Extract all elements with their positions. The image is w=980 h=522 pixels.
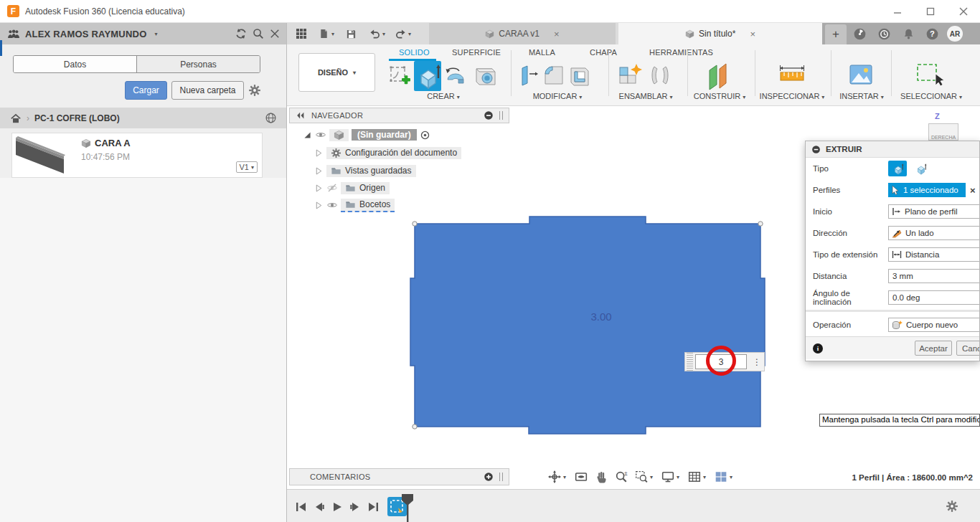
data-settings-gear-icon[interactable] [248, 84, 261, 97]
expanded-arrow-icon[interactable] [303, 130, 312, 140]
job-status-clock-icon[interactable] [878, 28, 890, 40]
timeline-settings-gear-icon[interactable] [946, 500, 958, 513]
select-tool-icon[interactable] [915, 62, 948, 88]
cancel-button[interactable]: Cancelar [956, 341, 980, 356]
revolve-tool-icon[interactable] [444, 64, 470, 87]
type-extrude-selected-icon[interactable] [888, 161, 907, 176]
pan-hand-icon[interactable] [595, 470, 608, 483]
new-component-icon[interactable] [617, 62, 644, 90]
tab-personas[interactable]: Personas [137, 56, 260, 72]
group-label-crear[interactable]: CREAR▾ [420, 92, 466, 100]
minimize-button[interactable] [881, 0, 914, 22]
group-label-ensamblar[interactable]: ENSAMBLAR▾ [616, 92, 676, 100]
panel-grip[interactable] [499, 111, 503, 120]
taper-angle-input[interactable] [888, 290, 980, 305]
collapsed-arrow-icon[interactable] [314, 184, 324, 193]
start-dropdown[interactable]: Plano de perfil [888, 204, 980, 219]
refresh-icon[interactable] [235, 28, 247, 39]
new-document-tab-button[interactable]: + [825, 24, 847, 44]
add-comment-icon[interactable] [484, 472, 494, 482]
timeline-step-forward-icon[interactable] [349, 501, 361, 513]
create-sketch-icon[interactable] [389, 62, 412, 88]
collapse-dialog-icon[interactable] [811, 145, 821, 154]
collapsed-arrow-icon[interactable] [314, 148, 324, 158]
team-icon[interactable] [7, 28, 19, 40]
app-grid-menu-icon[interactable] [296, 28, 307, 39]
visibility-eye-icon[interactable] [326, 199, 338, 211]
construct-plane-icon[interactable] [706, 62, 730, 90]
type-thin-extrude-icon[interactable] [911, 161, 930, 176]
help-icon[interactable] [926, 28, 938, 40]
close-button[interactable] [947, 0, 980, 22]
tab-datos[interactable]: Datos [14, 56, 137, 72]
maximize-button[interactable] [914, 0, 947, 22]
shell-icon[interactable] [568, 64, 591, 87]
document-name[interactable]: CARA A [95, 138, 131, 148]
tree-item-sketches[interactable]: Bocetos [314, 198, 395, 212]
tree-root-row[interactable]: (Sin guardar) [303, 128, 430, 142]
navigator-header[interactable]: NAVEGADOR [289, 108, 509, 123]
undo-caret-icon[interactable]: ▾ [382, 31, 385, 37]
ribbon-tab-superficie[interactable]: SUPERFICIE [452, 48, 501, 57]
collapse-all-icon[interactable] [484, 110, 494, 120]
zoom-icon[interactable] [615, 470, 628, 483]
panel-grip[interactable] [499, 473, 503, 481]
joint-icon[interactable] [649, 64, 672, 87]
tree-item-origin[interactable]: Origen [314, 181, 390, 195]
document-tab-caraa[interactable]: CARAA v1 × [429, 23, 616, 44]
manipulator-options-kebab-icon[interactable]: ⋮ [753, 357, 761, 367]
document-tab-sin-titulo[interactable]: Sin título* × [618, 23, 822, 44]
new-folder-button[interactable]: Nueva carpeta [171, 81, 244, 100]
ribbon-tab-chapa[interactable]: CHAPA [590, 48, 617, 57]
version-chip[interactable]: V1▾ [236, 161, 258, 173]
collapsed-arrow-icon[interactable] [314, 166, 324, 176]
tree-root-label[interactable]: (Sin guardar) [352, 129, 417, 141]
comments-panel-header[interactable]: COMENTARIOS [289, 468, 509, 485]
ribbon-tab-solido[interactable]: SOLIDO [399, 48, 430, 57]
manipulator-drag-handle[interactable] [687, 353, 693, 371]
clear-selection-icon[interactable]: × [970, 185, 976, 196]
profiles-selection-chip[interactable]: 1 seleccionado [888, 183, 966, 197]
file-menu-caret-icon[interactable]: ▾ [331, 31, 334, 37]
search-icon[interactable] [253, 28, 264, 39]
user-avatar[interactable]: AR [947, 26, 963, 42]
workspace-selector[interactable]: DISEÑO▾ [298, 53, 375, 92]
viewcube-face-label[interactable]: DERECHA [931, 135, 956, 140]
group-label-construir[interactable]: CONSTRUIR▾ [693, 92, 746, 100]
file-menu-icon[interactable] [319, 28, 329, 39]
upload-button[interactable]: Cargar [125, 81, 167, 100]
ribbon-tab-malla[interactable]: MALLA [529, 48, 555, 57]
zoom-window-caret-icon[interactable]: ▾ [650, 474, 653, 480]
collapse-panel-icon[interactable] [296, 110, 306, 120]
distance-input[interactable] [888, 269, 980, 283]
extrude-dialog-header[interactable]: EXTRUIR [806, 141, 979, 158]
notifications-bell-icon[interactable] [903, 28, 915, 40]
viewports-icon[interactable] [715, 470, 727, 483]
grid-settings-icon[interactable] [688, 470, 701, 483]
redo-caret-icon[interactable]: ▾ [408, 31, 411, 37]
activate-component-icon[interactable] [420, 130, 430, 141]
viewport-canvas[interactable]: 3.00 NAVEGADOR (Sin guardar) Configuraci… [287, 106, 980, 489]
measure-ruler-icon[interactable] [779, 65, 805, 85]
group-label-seleccionar[interactable]: SELECCIONAR▾ [900, 92, 963, 100]
extrude-tool-selected[interactable] [414, 61, 441, 91]
close-panel-icon[interactable] [270, 29, 280, 39]
save-icon[interactable] [346, 29, 357, 39]
ok-button[interactable]: Aceptar [915, 341, 952, 356]
ribbon-tab-herramientas[interactable]: HERRAMIENTAS [649, 48, 713, 57]
timeline-position-marker[interactable] [400, 494, 415, 522]
close-tab-icon[interactable]: × [750, 29, 755, 39]
zoom-window-icon[interactable] [635, 470, 648, 483]
extensions-gauge-icon[interactable] [854, 28, 866, 40]
viewcube[interactable]: DERECHA [928, 123, 958, 141]
insert-image-icon[interactable] [849, 64, 872, 85]
timeline-go-start-icon[interactable] [296, 501, 307, 513]
press-pull-icon[interactable] [517, 64, 540, 87]
document-card[interactable]: CARA A 10:47:56 PM V1▾ [11, 133, 263, 178]
group-label-modificar[interactable]: MODIFICAR▾ [525, 92, 590, 100]
display-settings-icon[interactable] [661, 470, 674, 483]
undo-icon[interactable] [369, 29, 380, 39]
look-at-icon[interactable] [575, 470, 588, 483]
tree-item-doc-settings[interactable]: Configuración del documento [314, 146, 461, 160]
team-dropdown-icon[interactable]: ▾ [154, 31, 157, 37]
